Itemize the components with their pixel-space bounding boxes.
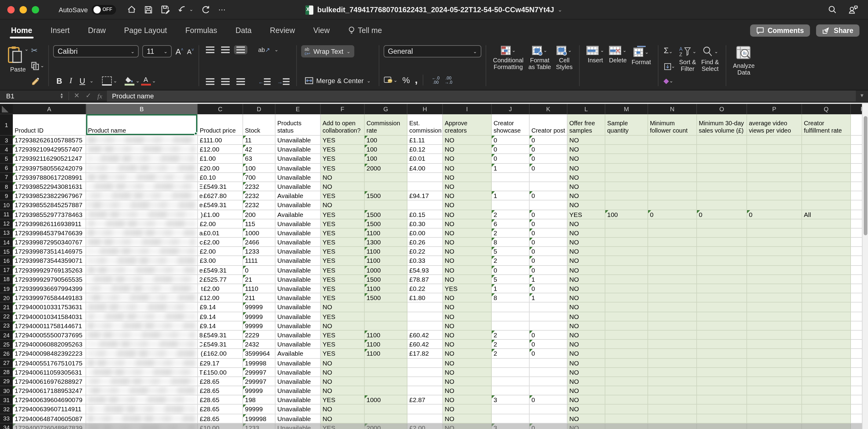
cell-O14[interactable] xyxy=(697,238,747,247)
cell-C4[interactable]: £12.00 xyxy=(198,145,243,154)
cell-B19[interactable] xyxy=(86,284,198,293)
align-right-icon[interactable] xyxy=(234,77,247,86)
cell-D14[interactable]: 2466 xyxy=(243,238,276,247)
cell-Q4[interactable] xyxy=(802,145,851,154)
column-header-P[interactable]: P xyxy=(747,104,802,114)
cell-E32[interactable]: Unavailable xyxy=(276,405,321,414)
save-icon[interactable] xyxy=(144,5,152,14)
cell-E12[interactable]: Unavailable xyxy=(276,219,321,228)
cell-C10[interactable]: e£549.31 xyxy=(198,201,243,210)
row-header-19[interactable]: 19 xyxy=(0,284,13,293)
cell-E7[interactable]: Unavailable xyxy=(276,173,321,182)
cell-B20[interactable] xyxy=(86,293,198,303)
cell-K23[interactable] xyxy=(530,321,567,331)
cell-B6[interactable] xyxy=(86,163,198,173)
row-header-1[interactable]: 1 xyxy=(0,114,13,136)
cell-G6[interactable]: 2000 xyxy=(365,163,407,173)
cell-I3[interactable]: NO xyxy=(443,136,492,145)
cell-F28[interactable]: NO xyxy=(321,368,365,377)
increase-font-icon[interactable]: A˄ xyxy=(176,47,184,56)
cell-B16[interactable] xyxy=(86,256,198,266)
row-header-29[interactable]: 29 xyxy=(0,377,13,386)
column-header-A[interactable]: A xyxy=(13,104,86,114)
cell-L28[interactable]: NO xyxy=(567,368,605,377)
autosum-icon[interactable]: Σ⌄ xyxy=(664,47,675,56)
row-header-8[interactable]: 8 xyxy=(0,182,13,191)
cell-N20[interactable] xyxy=(648,293,697,303)
cell-Q18[interactable] xyxy=(802,275,851,284)
cell-G13[interactable]: 1100 xyxy=(365,228,407,238)
merge-center-button[interactable]: Merge & Center ⌄ xyxy=(301,75,374,86)
cell-L4[interactable]: NO xyxy=(567,145,605,154)
column-header-B[interactable]: B xyxy=(86,104,198,114)
vertical-scrollbar-thumb[interactable] xyxy=(863,116,867,235)
cell-F10[interactable]: NO xyxy=(321,201,365,210)
cell-A22[interactable]: 1729400010341584031 xyxy=(13,312,86,321)
cell-K33[interactable] xyxy=(530,414,567,423)
cell-F3[interactable]: YES xyxy=(321,136,365,145)
cell-C5[interactable]: £1.00 xyxy=(198,154,243,163)
cell-H17[interactable]: £54.93 xyxy=(407,266,443,275)
cell-B9[interactable] xyxy=(86,191,198,201)
cell-H5[interactable]: £0.01 xyxy=(407,154,443,163)
cell-C29[interactable]: £28.65 xyxy=(198,377,243,386)
borders-icon[interactable] xyxy=(102,76,112,85)
cancel-icon[interactable]: ✕ xyxy=(74,92,80,100)
cell-C25[interactable]: C£549.31 xyxy=(198,340,243,349)
cell-Q10[interactable] xyxy=(802,201,851,210)
cell-H28[interactable] xyxy=(407,368,443,377)
cell-I8[interactable]: NO xyxy=(443,182,492,191)
cell-Q24[interactable] xyxy=(802,331,851,340)
cell-Q29[interactable] xyxy=(802,377,851,386)
cell-K25[interactable]: 0 xyxy=(530,340,567,349)
cell-H7[interactable] xyxy=(407,173,443,182)
cell-J18[interactable]: 5 xyxy=(492,275,530,284)
cell-I5[interactable]: NO xyxy=(443,154,492,163)
cell-K3[interactable]: 0 xyxy=(530,136,567,145)
cell-H23[interactable] xyxy=(407,321,443,331)
cell-Q32[interactable] xyxy=(802,405,851,414)
cell-F26[interactable]: YES xyxy=(321,349,365,359)
clear-icon[interactable]: ◇◆⌄ xyxy=(664,77,675,85)
comma-style-icon[interactable]: , xyxy=(415,74,417,86)
row-header-25[interactable]: 25 xyxy=(0,340,13,349)
cell-I21[interactable]: NO xyxy=(443,303,492,312)
cell-M17[interactable] xyxy=(605,266,648,275)
cell-I23[interactable]: NO xyxy=(443,321,492,331)
cell-L12[interactable]: NO xyxy=(567,219,605,228)
cell-M3[interactable] xyxy=(605,136,648,145)
share-button[interactable]: Share xyxy=(816,25,860,37)
cell-O3[interactable] xyxy=(697,136,747,145)
cell-I32[interactable]: NO xyxy=(443,405,492,414)
cell-J23[interactable] xyxy=(492,321,530,331)
cell-G10[interactable] xyxy=(365,201,407,210)
autosave-toggle[interactable]: OFF xyxy=(91,5,116,14)
fill-color-chevron[interactable]: ⌄ xyxy=(135,78,140,84)
cell-D18[interactable]: 21 xyxy=(243,275,276,284)
cell-H1[interactable]: Est. commission xyxy=(407,114,443,136)
cell-O13[interactable] xyxy=(697,228,747,238)
cell-M29[interactable] xyxy=(605,377,648,386)
cell-I7[interactable]: NO xyxy=(443,173,492,182)
cell-I4[interactable]: NO xyxy=(443,145,492,154)
accounting-chevron[interactable]: ⌄ xyxy=(393,77,397,83)
cell-G28[interactable] xyxy=(365,368,407,377)
cell-G4[interactable]: 100 xyxy=(365,145,407,154)
cell-N24[interactable] xyxy=(648,331,697,340)
cell-I10[interactable]: NO xyxy=(443,201,492,210)
cell-C6[interactable]: £20.00 xyxy=(198,163,243,173)
cell-D5[interactable]: 63 xyxy=(243,154,276,163)
cell-B12[interactable] xyxy=(86,219,198,228)
cell-A6[interactable]: 1729397580556242079 xyxy=(13,163,86,173)
cell-G24[interactable]: 1100 xyxy=(365,331,407,340)
cell-M18[interactable] xyxy=(605,275,648,284)
cell-L10[interactable]: NO xyxy=(567,201,605,210)
cell-K10[interactable] xyxy=(530,201,567,210)
cell-G1[interactable]: Commission rate xyxy=(365,114,407,136)
cell-D1[interactable]: Stock xyxy=(243,114,276,136)
cell-G26[interactable]: 1100 xyxy=(365,349,407,359)
cell-M24[interactable] xyxy=(605,331,648,340)
cell-P1[interactable]: average video views per video xyxy=(747,114,802,136)
zoom-window-button[interactable] xyxy=(32,6,39,13)
cell-D23[interactable]: 99999 xyxy=(243,321,276,331)
